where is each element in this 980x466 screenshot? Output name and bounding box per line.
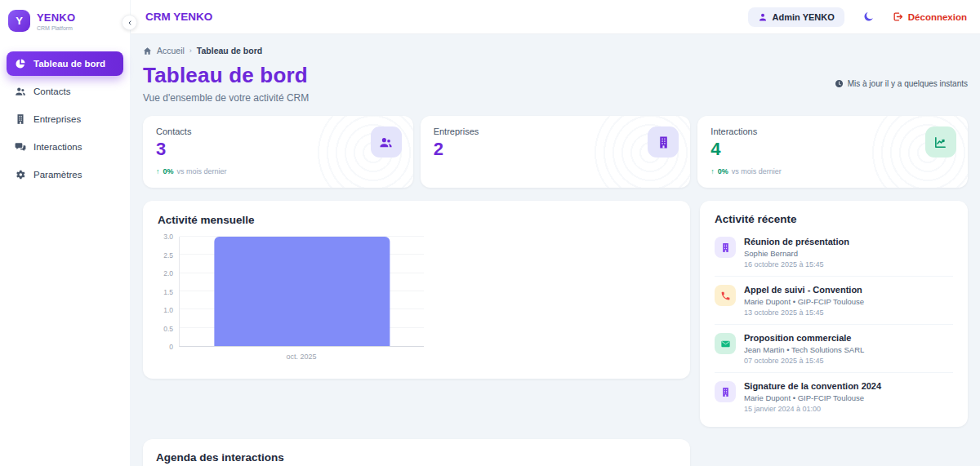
list-item[interactable]: Appel de suivi - Convention Marie Dupont… <box>715 277 953 325</box>
sidebar-item-label: Interactions <box>33 142 82 152</box>
building-icon <box>648 126 679 158</box>
users-icon <box>15 86 26 97</box>
top-header: CRM YENKO Admin YENKO D <box>131 0 980 34</box>
stat-value: 3 <box>156 139 400 160</box>
chart-y-axis: 00.51.01.52.02.53.0 <box>158 237 179 347</box>
chart-plot-area <box>179 237 424 347</box>
stat-label: Entreprises <box>434 126 678 136</box>
activity-subtitle: Jean Martin • Tech Solutions SARL <box>744 345 864 354</box>
logout-label: Déconnexion <box>908 12 967 22</box>
theme-toggle-button[interactable] <box>861 9 876 24</box>
user-menu-label: Admin YENKO <box>773 12 835 22</box>
activity-date: 15 janvier 2024 à 01:00 <box>744 405 881 413</box>
brand-name: YENKO <box>37 11 75 24</box>
sidebar-item-label: Paramètres <box>33 170 82 180</box>
chat-icon <box>15 141 26 153</box>
sidebar-item-label: Entreprises <box>33 114 81 124</box>
list-item[interactable]: Signature de la convention 2024 Marie Du… <box>715 373 953 420</box>
breadcrumb-current: Tableau de bord <box>197 46 262 55</box>
monthly-activity-card: Activité mensuelle 00.51.01.52.02.53.0 o… <box>143 201 690 379</box>
breadcrumb-separator: › <box>189 47 192 55</box>
trend-label: vs mois dernier <box>732 167 782 175</box>
stat-value: 4 <box>710 139 955 160</box>
trend-up-arrow-icon: ↑ <box>156 167 160 175</box>
stat-card-interactions: Interactions 4 ↑ 0% vs mois dernier <box>697 116 968 188</box>
gear-icon <box>15 169 26 180</box>
user-icon <box>758 12 768 22</box>
clock-icon <box>835 79 844 88</box>
sidebar-nav: Tableau de bord Contacts Entreprises Int… <box>0 40 130 198</box>
user-menu-button[interactable]: Admin YENKO <box>748 7 844 27</box>
building-icon <box>715 381 736 402</box>
brand-block: Y YENKO CRM Platform <box>0 0 130 40</box>
brand-logo: Y <box>8 10 30 32</box>
activity-date: 13 octobre 2025 à 15:45 <box>744 308 864 317</box>
logout-button[interactable]: Déconnexion <box>893 11 967 22</box>
stat-label: Contacts <box>156 126 400 136</box>
sidebar-item-entreprises[interactable]: Entreprises <box>7 107 123 131</box>
users-icon <box>371 126 402 158</box>
app-title: CRM YENKO <box>145 11 212 23</box>
page-title: Tableau de bord <box>143 63 309 88</box>
sidebar-collapse-button[interactable] <box>122 15 137 30</box>
trend-label: vs mois dernier <box>177 167 227 175</box>
activity-subtitle: Marie Dupont • GIP-FCIP Toulouse <box>744 393 881 402</box>
page-subtitle: Vue d'ensemble de votre activité CRM <box>143 92 309 104</box>
recent-activity-list: Réunion de présentation Sophie Bernard 1… <box>715 229 953 420</box>
trend-value: 0% <box>163 167 174 175</box>
chart-line-icon <box>925 126 956 158</box>
chart-x-tick: oct. 2025 <box>286 353 316 361</box>
activity-title: Proposition commerciale <box>744 333 864 343</box>
chart-x-axis: oct. 2025 <box>179 347 424 362</box>
trend-value: 0% <box>718 167 728 175</box>
agenda-title: Agenda des interactions <box>156 451 677 464</box>
stat-label: Interactions <box>710 126 955 136</box>
app-root: Y YENKO CRM Platform Tableau de bord Con… <box>0 0 980 466</box>
breadcrumb-home[interactable]: Accueil <box>157 46 185 55</box>
sidebar-item-dashboard[interactable]: Tableau de bord <box>7 51 123 76</box>
home-icon <box>143 47 152 55</box>
activity-title: Réunion de présentation <box>744 237 849 246</box>
breadcrumb: Accueil › Tableau de bord <box>143 46 968 55</box>
main-area: CRM YENKO Admin YENKO D <box>131 0 980 466</box>
stat-card-contacts: Contacts 3 ↑ 0% vs mois dernier <box>143 116 413 188</box>
trend-up-arrow-icon: ↑ <box>710 167 715 175</box>
activity-subtitle: Sophie Bernard <box>744 249 849 258</box>
sidebar-item-parametres[interactable]: Paramètres <box>7 162 123 187</box>
activity-date: 07 octobre 2025 à 15:45 <box>744 357 864 365</box>
stat-value: 2 <box>434 139 678 160</box>
list-item[interactable]: Proposition commerciale Jean Martin • Te… <box>715 325 953 373</box>
recent-activity-title: Activité récente <box>715 213 953 225</box>
activity-title: Appel de suivi - Convention <box>744 285 864 295</box>
chart-title: Activité mensuelle <box>158 214 675 226</box>
chevron-left-icon <box>127 20 133 26</box>
stat-card-entreprises: Entreprises 2 <box>421 116 691 188</box>
activity-subtitle: Marie Dupont • GIP-FCIP Toulouse <box>744 297 864 306</box>
activity-title: Signature de la convention 2024 <box>744 381 881 391</box>
sidebar: Y YENKO CRM Platform Tableau de bord Con… <box>0 0 131 466</box>
recent-activity-card: Activité récente Réunion de présentation… <box>700 201 968 427</box>
last-updated: Mis à jour il y a quelques instants <box>835 79 968 88</box>
building-icon <box>715 237 736 258</box>
stat-trend: ↑ 0% vs mois dernier <box>156 167 400 175</box>
pie-chart-icon <box>15 58 26 69</box>
last-updated-text: Mis à jour il y a quelques instants <box>848 79 968 88</box>
page-content: Accueil › Tableau de bord Tableau de bor… <box>131 34 980 466</box>
mail-icon <box>715 333 736 354</box>
building-icon <box>15 113 26 125</box>
sidebar-item-contacts[interactable]: Contacts <box>7 79 123 104</box>
logout-icon <box>893 11 903 22</box>
chart-bar <box>214 237 390 346</box>
sidebar-item-label: Tableau de bord <box>33 59 105 69</box>
agenda-card: Agenda des interactions Visualisez les r… <box>143 439 690 466</box>
sidebar-item-label: Contacts <box>33 87 70 96</box>
activity-chart: 00.51.01.52.02.53.0 oct. 2025 <box>158 237 675 362</box>
stat-trend: ↑ 0% vs mois dernier <box>710 167 955 175</box>
stats-row: Contacts 3 ↑ 0% vs mois dernier Entrepri… <box>143 116 968 188</box>
brand-subtitle: CRM Platform <box>37 25 75 31</box>
activity-date: 16 octobre 2025 à 15:45 <box>744 260 849 269</box>
phone-icon <box>715 285 736 306</box>
list-item[interactable]: Réunion de présentation Sophie Bernard 1… <box>715 229 953 277</box>
moon-icon <box>862 11 875 23</box>
sidebar-item-interactions[interactable]: Interactions <box>7 135 123 159</box>
